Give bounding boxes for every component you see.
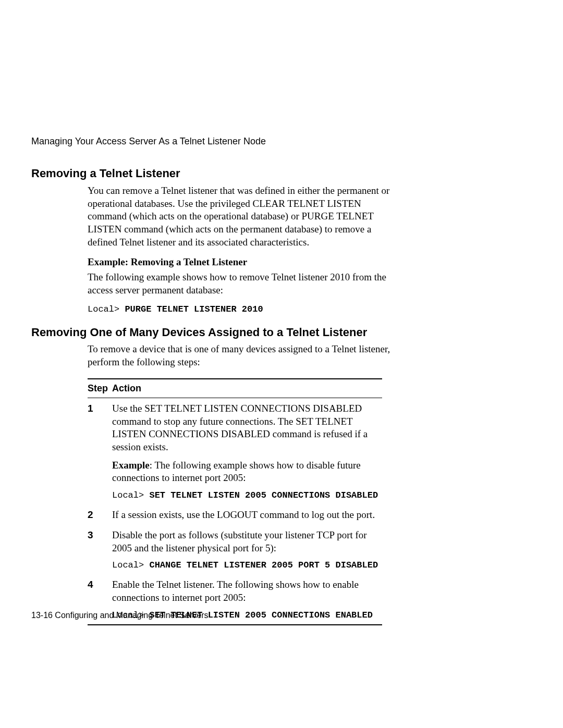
section1-title: Removing a Telnet Listener [31, 166, 511, 181]
step-text: Use the SET TELNET LISTEN CONNECTIONS DI… [112, 402, 378, 454]
section1-intro: You can remove a Telnet listener that wa… [88, 184, 391, 249]
section2-intro-wrap: To remove a device that is one of many d… [88, 343, 391, 368]
prompt: Local> [112, 560, 149, 570]
example-rest: : The following example shows how to dis… [112, 460, 361, 484]
section1-example-head: Example: Removing a Telnet Listener [88, 256, 391, 269]
steps-table: Step Action 1 Use the SET TELNET LISTEN … [88, 378, 382, 625]
table-row: 3 Disable the port as follows (substitut… [88, 525, 382, 574]
col-action: Action [112, 379, 382, 398]
command-text: CHANGE TELNET LISTENER 2005 PORT 5 DISAB… [149, 560, 378, 570]
section2-title: Removing One of Many Devices Assigned to… [31, 325, 511, 340]
command-text: PURGE TELNET LISTENER 2010 [125, 304, 263, 314]
table-row: 1 Use the SET TELNET LISTEN CONNECTIONS … [88, 398, 382, 504]
step-example: Example: The following example shows how… [112, 459, 378, 485]
example-label: Example [112, 460, 150, 471]
step-text: Disable the port as follows (substitute … [112, 529, 378, 554]
step-action: If a session exists, use the LOGOUT comm… [112, 504, 382, 525]
step-text: If a session exists, use the LOGOUT comm… [112, 509, 378, 522]
step-number: 3 [88, 525, 112, 574]
step-text: Enable the Telnet listener. The followin… [112, 578, 378, 604]
page-footer: 13-16 Configuring and Managing Telnet Se… [31, 610, 208, 621]
step-number: 1 [88, 398, 112, 504]
section2-table-wrap: Step Action 1 Use the SET TELNET LISTEN … [88, 378, 365, 625]
prompt: Local> [88, 304, 125, 314]
step-number: 2 [88, 504, 112, 525]
running-head: Managing Your Access Server As a Telnet … [31, 135, 511, 147]
col-step: Step [88, 379, 112, 398]
section1-command: Local> PURGE TELNET LISTENER 2010 [88, 304, 391, 315]
page: Managing Your Access Server As a Telnet … [0, 0, 563, 728]
table-row: 2 If a session exists, use the LOGOUT co… [88, 504, 382, 525]
command-text: SET TELNET LISTEN 2005 CONNECTIONS DISAB… [149, 490, 378, 500]
page-number: 13-16 [31, 611, 53, 620]
step-action: Disable the port as follows (substitute … [112, 525, 382, 574]
prompt: Local> [112, 490, 149, 500]
step-command: Local> CHANGE TELNET LISTENER 2005 PORT … [112, 560, 378, 571]
section1-body: You can remove a Telnet listener that wa… [88, 184, 391, 316]
step-command: Local> SET TELNET LISTEN 2005 CONNECTION… [112, 490, 378, 501]
step-action: Use the SET TELNET LISTEN CONNECTIONS DI… [112, 398, 382, 504]
footer-text: Configuring and Managing Telnet Servers [53, 611, 209, 620]
section2-intro: To remove a device that is one of many d… [88, 343, 391, 368]
section1-example-text: The following example shows how to remov… [88, 271, 391, 297]
